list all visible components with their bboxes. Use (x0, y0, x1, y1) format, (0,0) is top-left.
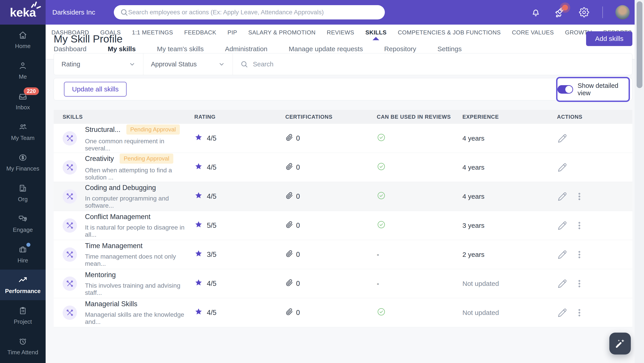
sidebar-item-time-attend[interactable]: Time Attend (0, 331, 46, 362)
certifications-count: 0 (296, 163, 300, 171)
table-row[interactable]: CreativityPending ApprovalOften when att… (54, 153, 632, 182)
add-skills-button[interactable]: Add skills (586, 31, 632, 46)
edit-skill-pencil-icon[interactable] (557, 278, 568, 289)
not-applicable-dash: - (377, 251, 379, 258)
skill-name: Creativity (85, 155, 114, 163)
certifications-count: 0 (296, 192, 300, 201)
table-row[interactable]: Structural...Pending ApprovalOne common … (54, 124, 632, 153)
rating-filter-dropdown[interactable]: Rating (54, 53, 143, 75)
rating-star-icon (194, 220, 203, 231)
experience-value: Not updated (461, 309, 554, 317)
experience-value: 4 years (461, 135, 554, 142)
sidebar-nav: HomeMe220InboxMy TeamMy FinancesOrgEngag… (0, 24, 46, 363)
magic-wand-icon (614, 338, 626, 349)
paperclip-icon (285, 279, 294, 289)
page-scrollbar[interactable] (634, 0, 644, 363)
skill-tools-icon (62, 277, 77, 291)
performance-icon (18, 275, 28, 285)
sidebar-item-inbox[interactable]: 220Inbox (0, 86, 46, 116)
table-row[interactable]: Coding and DebuggingIn computer programm… (54, 182, 632, 211)
rating-value: 4/5 (207, 280, 216, 288)
sidebar-item-label: Inbox (16, 104, 30, 111)
skills-search-input[interactable] (253, 60, 624, 68)
user-icon (18, 61, 28, 71)
check-circle-icon (377, 165, 386, 173)
rating-star-icon (194, 133, 203, 143)
user-avatar[interactable] (616, 5, 630, 19)
row-kebab-menu-icon[interactable] (574, 278, 585, 289)
scrollbar-thumb[interactable] (636, 1, 642, 88)
sidebar-item-project[interactable]: Project (0, 300, 46, 331)
search-icon (240, 60, 248, 68)
edit-skill-pencil-icon[interactable] (557, 191, 568, 202)
edit-skill-pencil-icon[interactable] (557, 133, 568, 144)
check-circle-icon (377, 136, 386, 143)
project-icon (18, 306, 28, 316)
detailed-view-toggle[interactable] (558, 85, 573, 94)
row-kebab-menu-icon[interactable] (574, 191, 585, 202)
skill-description: Time management does not only mean... (85, 253, 191, 267)
table-row[interactable]: Time ManagementTime management does not … (54, 240, 632, 269)
topbar-divider (602, 6, 603, 18)
skill-tools-icon (62, 218, 77, 233)
org-icon (18, 183, 28, 193)
skill-tools-icon (62, 131, 77, 145)
sidebar-item-home[interactable]: Home (0, 24, 46, 55)
company-name[interactable]: Darksiders Inc (52, 8, 95, 16)
search-icon (120, 8, 128, 16)
sidebar-item-label: Hire (18, 257, 28, 264)
global-search-input[interactable] (128, 9, 378, 16)
approval-status-filter-dropdown[interactable]: Approval Status (143, 53, 233, 75)
not-applicable-dash: - (377, 280, 379, 288)
settings-gear-icon[interactable] (578, 6, 590, 18)
sidebar-item-my-team[interactable]: My Team (0, 116, 46, 147)
edit-skill-pencil-icon[interactable] (557, 249, 568, 260)
pending-approval-badge: Pending Approval (120, 154, 173, 164)
skill-description: It is natural for people to disagree in … (85, 224, 191, 238)
engage-icon (18, 214, 28, 224)
paperclip-icon (285, 250, 294, 260)
skills-table-header: SKILLSRATINGCERTIFICATIONSCAN BE USED IN… (54, 110, 632, 124)
notifications-bell-icon[interactable] (530, 6, 542, 18)
row-kebab-menu-icon[interactable] (574, 307, 585, 318)
column-header-can-be-used-in-reviews: CAN BE USED IN REVIEWS (370, 114, 461, 120)
skills-search[interactable] (233, 53, 632, 75)
sidebar-item-label: Org (18, 196, 28, 203)
sidebar-item-label: Engage (13, 226, 33, 233)
paperclip-icon (285, 221, 294, 230)
sidebar-item-performance[interactable]: Performance (0, 270, 46, 300)
skill-name: Time Management (85, 242, 142, 250)
row-kebab-menu-icon[interactable] (574, 249, 585, 260)
sidebar-item-my-finances[interactable]: My Finances (0, 147, 46, 178)
sidebar-item-org[interactable]: Org (0, 178, 46, 208)
update-all-skills-button[interactable]: Update all skills (64, 82, 126, 97)
table-row[interactable]: Managerial SkillsManagerial skills are t… (54, 298, 632, 327)
check-circle-icon (377, 194, 386, 202)
sidebar-item-label: My Team (11, 135, 35, 141)
keka-logo[interactable]: keka (0, 0, 46, 24)
skill-tools-icon (62, 189, 77, 204)
inbox-count-badge: 220 (24, 87, 39, 95)
sidebar-item-engage[interactable]: Engage (0, 208, 46, 239)
row-kebab-menu-icon[interactable] (574, 220, 585, 231)
detailed-view-toggle-label: Show detailed view (578, 82, 628, 97)
ai-assistant-wand-button[interactable] (609, 333, 631, 355)
inbox-icon: 220 (18, 91, 28, 101)
sidebar-item-hire[interactable]: Hire (0, 239, 46, 270)
skill-name: Conflict Management (85, 213, 150, 221)
sidebar-item-label: Project (14, 318, 32, 325)
rating-star-icon (194, 191, 203, 202)
home-icon (18, 30, 28, 40)
experience-value: 3 years (461, 222, 554, 229)
table-row[interactable]: MentoringThis involves training and advi… (54, 269, 632, 298)
edit-skill-pencil-icon[interactable] (557, 220, 568, 231)
edit-skill-pencil-icon[interactable] (557, 307, 568, 318)
whats-new-rocket-icon[interactable] (554, 6, 566, 18)
column-header-skills: SKILLS (54, 114, 191, 120)
edit-skill-pencil-icon[interactable] (557, 162, 568, 173)
skill-tools-icon (62, 160, 77, 175)
sidebar-item-me[interactable]: Me (0, 55, 46, 86)
table-row[interactable]: Conflict ManagementIt is natural for peo… (54, 211, 632, 240)
global-search[interactable] (114, 5, 385, 19)
paperclip-icon (285, 133, 294, 143)
